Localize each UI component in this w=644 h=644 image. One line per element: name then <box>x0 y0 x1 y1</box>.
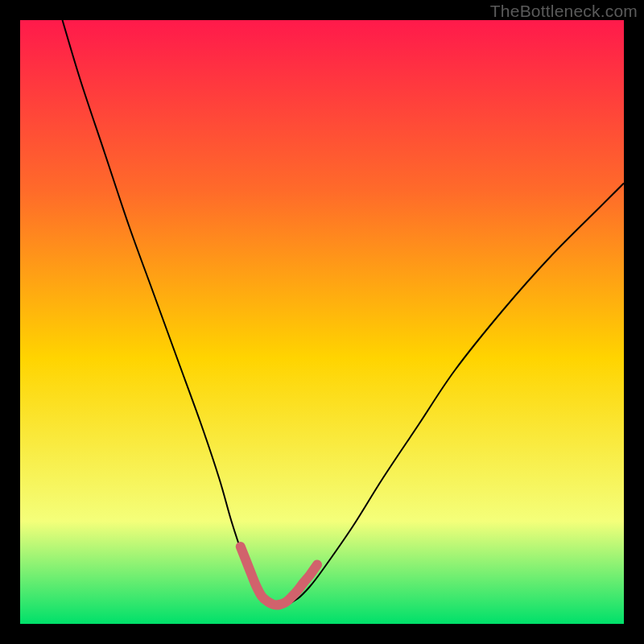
chart-svg <box>20 20 624 624</box>
plot-area <box>20 20 624 624</box>
watermark-label: TheBottleneck.com <box>490 2 638 21</box>
chart-frame: TheBottleneck.com <box>0 0 644 644</box>
gradient-background <box>20 20 624 624</box>
